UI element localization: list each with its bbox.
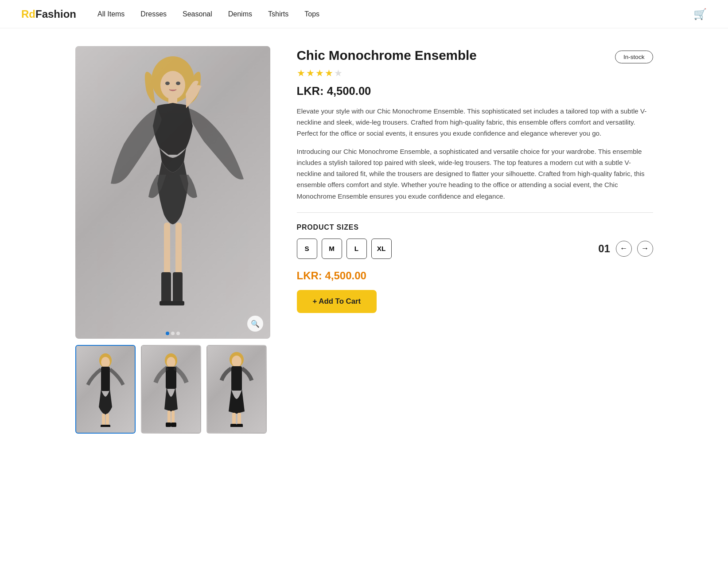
image-zoom-button[interactable]: 🔍 bbox=[247, 316, 263, 332]
nav-item-seasonal[interactable]: Seasonal bbox=[183, 10, 212, 18]
star-1: ★ bbox=[297, 68, 305, 78]
svg-rect-19 bbox=[105, 425, 110, 427]
nav-item-all-items[interactable]: All Items bbox=[97, 10, 125, 18]
thumb-figure-3 bbox=[214, 352, 259, 427]
product-thumbnails bbox=[75, 345, 270, 434]
svg-rect-15 bbox=[101, 367, 110, 391]
quantity-decrease-button[interactable]: ← bbox=[616, 241, 632, 257]
logo-part1: Rd bbox=[21, 8, 35, 20]
nav-item-denims[interactable]: Denims bbox=[228, 10, 252, 18]
sizes-row: S M L XL 01 ← → bbox=[297, 239, 653, 259]
quantity-display: 01 bbox=[598, 243, 611, 255]
thumbnail-3[interactable] bbox=[206, 345, 267, 434]
size-button-xl[interactable]: XL bbox=[371, 239, 392, 259]
thumb-figure-2 bbox=[149, 352, 193, 427]
thumbnail-1[interactable] bbox=[75, 345, 136, 434]
right-arrow-icon: → bbox=[641, 244, 649, 253]
navbar: RdFashion All Items Dresses Seasonal Den… bbox=[0, 0, 728, 28]
nav-links: All Items Dresses Seasonal Denims Tshirt… bbox=[97, 10, 693, 18]
quantity-increase-button[interactable]: → bbox=[637, 241, 653, 257]
section-divider bbox=[297, 212, 653, 213]
thumbnail-2[interactable] bbox=[141, 345, 201, 434]
product-price-cart: LKR: 4,500.00 bbox=[297, 270, 653, 282]
price-cart-section: LKR: 4,500.00 + Add To Cart bbox=[297, 270, 653, 313]
size-button-m[interactable]: M bbox=[322, 239, 342, 259]
svg-rect-23 bbox=[167, 411, 171, 424]
cart-icon[interactable]: 🛒 bbox=[693, 8, 707, 20]
star-3: ★ bbox=[315, 68, 324, 78]
product-image-section: 🔍 bbox=[75, 46, 270, 434]
svg-rect-9 bbox=[161, 272, 171, 303]
svg-rect-7 bbox=[164, 223, 170, 276]
product-page: 🔍 bbox=[54, 46, 674, 434]
svg-rect-31 bbox=[237, 413, 241, 425]
svg-point-28 bbox=[232, 356, 241, 367]
svg-rect-26 bbox=[171, 423, 176, 427]
svg-point-4 bbox=[165, 82, 170, 85]
main-product-image: 🔍 bbox=[75, 46, 270, 339]
dot-3 bbox=[176, 332, 180, 335]
svg-point-14 bbox=[101, 357, 110, 368]
stock-badge: In-stock bbox=[615, 51, 653, 63]
left-arrow-icon: ← bbox=[620, 244, 628, 253]
brand-logo[interactable]: RdFashion bbox=[21, 8, 76, 20]
add-to-cart-label: + Add To Cart bbox=[313, 297, 361, 306]
svg-rect-25 bbox=[166, 423, 171, 427]
product-details-section: Chic Monochrome Ensemble In-stock ★ ★ ★ … bbox=[297, 46, 653, 434]
svg-rect-11 bbox=[160, 301, 173, 305]
svg-rect-32 bbox=[230, 424, 237, 427]
svg-point-5 bbox=[176, 82, 180, 85]
size-button-s[interactable]: S bbox=[297, 239, 317, 259]
star-4: ★ bbox=[325, 68, 333, 78]
svg-rect-29 bbox=[231, 366, 242, 391]
svg-rect-30 bbox=[232, 413, 236, 425]
svg-rect-16 bbox=[102, 414, 105, 426]
star-2: ★ bbox=[306, 68, 315, 78]
dot-2 bbox=[171, 332, 175, 335]
quantity-section: 01 ← → bbox=[598, 241, 653, 257]
dot-1 bbox=[166, 332, 169, 335]
nav-item-tshirts[interactable]: Tshirts bbox=[268, 10, 288, 18]
size-button-l[interactable]: L bbox=[346, 239, 367, 259]
thumb-figure-1 bbox=[83, 352, 128, 427]
nav-item-tops[interactable]: Tops bbox=[304, 10, 319, 18]
svg-rect-12 bbox=[171, 301, 184, 305]
sizes-section-label: PRODUCT SIZES bbox=[297, 223, 653, 231]
svg-point-3 bbox=[160, 71, 185, 99]
svg-rect-33 bbox=[237, 424, 243, 427]
product-description-1: Elevate your style with our Chic Monochr… bbox=[297, 106, 653, 139]
svg-rect-24 bbox=[171, 411, 175, 424]
add-to-cart-button[interactable]: + Add To Cart bbox=[297, 290, 377, 313]
svg-rect-8 bbox=[175, 223, 182, 276]
model-silhouette bbox=[97, 55, 248, 339]
product-title: Chic Monochrome Ensemble bbox=[297, 48, 477, 63]
product-header: Chic Monochrome Ensemble In-stock bbox=[297, 48, 653, 63]
svg-point-21 bbox=[167, 357, 175, 368]
logo-part2: Fashion bbox=[35, 8, 76, 20]
star-5: ★ bbox=[334, 68, 343, 78]
svg-rect-17 bbox=[106, 414, 109, 426]
product-description-2: Introducing our Chic Monochrome Ensemble… bbox=[297, 146, 653, 201]
product-rating: ★ ★ ★ ★ ★ bbox=[297, 68, 653, 78]
product-price-main: LKR: 4,500.00 bbox=[297, 85, 653, 98]
svg-rect-10 bbox=[173, 272, 183, 303]
nav-item-dresses[interactable]: Dresses bbox=[140, 10, 167, 18]
image-dots bbox=[166, 332, 180, 335]
